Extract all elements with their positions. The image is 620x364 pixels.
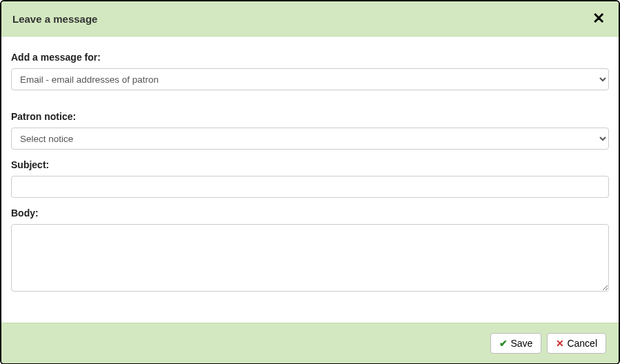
patron-notice-group: Patron notice: Select notice bbox=[11, 111, 609, 150]
body-label: Body: bbox=[11, 208, 609, 219]
save-button[interactable]: ✔ Save bbox=[490, 333, 541, 354]
leave-message-modal: Leave a message ✕ Add a message for: Ema… bbox=[0, 0, 620, 364]
add-message-label: Add a message for: bbox=[11, 52, 609, 63]
cancel-label: Cancel bbox=[567, 338, 597, 348]
patron-notice-label: Patron notice: bbox=[11, 111, 609, 122]
save-label: Save bbox=[510, 338, 532, 348]
cancel-button[interactable]: ✕ Cancel bbox=[547, 333, 606, 354]
add-message-group: Add a message for: Email - email address… bbox=[11, 52, 609, 90]
body-group: Body: bbox=[11, 208, 609, 294]
cross-icon: ✕ bbox=[556, 338, 564, 348]
patron-notice-select[interactable]: Select notice bbox=[11, 128, 609, 150]
subject-input[interactable] bbox=[11, 176, 609, 198]
add-message-select[interactable]: Email - email addresses of patron bbox=[11, 68, 609, 90]
close-button[interactable]: ✕ bbox=[590, 11, 608, 26]
modal-body: Add a message for: Email - email address… bbox=[1, 37, 619, 323]
body-textarea[interactable] bbox=[11, 224, 609, 292]
modal-title: Leave a message bbox=[12, 13, 97, 25]
modal-footer: ✔ Save ✕ Cancel bbox=[1, 323, 619, 363]
subject-group: Subject: bbox=[11, 159, 609, 198]
subject-label: Subject: bbox=[11, 159, 609, 170]
close-icon: ✕ bbox=[592, 10, 605, 27]
modal-header: Leave a message ✕ bbox=[1, 1, 619, 37]
check-icon: ✔ bbox=[499, 338, 508, 348]
